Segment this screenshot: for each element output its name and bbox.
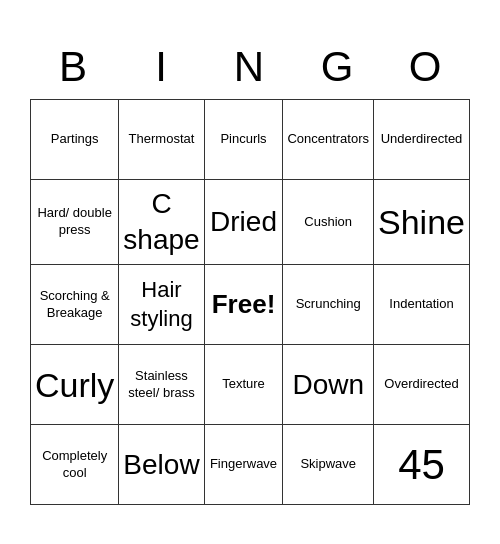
header-letter: I: [118, 39, 206, 99]
bingo-cell-11: Hair styling: [119, 265, 204, 345]
bingo-header: BINGO: [30, 39, 470, 99]
bingo-cell-2: Pincurls: [205, 100, 284, 180]
bingo-cell-18: Down: [283, 345, 374, 425]
bingo-cell-22: Fingerwave: [205, 425, 284, 505]
bingo-cell-1: Thermostat: [119, 100, 204, 180]
bingo-cell-9: Shine: [374, 180, 470, 266]
bingo-cell-20: Completely cool: [31, 425, 119, 505]
bingo-cell-24: 45: [374, 425, 470, 505]
bingo-cell-14: Indentation: [374, 265, 470, 345]
bingo-grid: PartingsThermostatPincurlsConcentratorsU…: [30, 99, 470, 506]
header-letter: G: [294, 39, 382, 99]
bingo-cell-7: Dried: [205, 180, 284, 266]
bingo-cell-0: Partings: [31, 100, 119, 180]
bingo-cell-6: C shape: [119, 180, 204, 266]
bingo-cell-12: Free!: [205, 265, 284, 345]
bingo-cell-4: Underdirected: [374, 100, 470, 180]
bingo-cell-10: Scorching & Breakage: [31, 265, 119, 345]
header-letter: N: [206, 39, 294, 99]
bingo-cell-3: Concentrators: [283, 100, 374, 180]
bingo-card: BINGO PartingsThermostatPincurlsConcentr…: [20, 29, 480, 516]
header-letter: B: [30, 39, 118, 99]
bingo-cell-8: Cushion: [283, 180, 374, 266]
bingo-cell-5: Hard/ double press: [31, 180, 119, 266]
bingo-cell-17: Texture: [205, 345, 284, 425]
bingo-cell-16: Stainless steel/ brass: [119, 345, 204, 425]
header-letter: O: [382, 39, 470, 99]
bingo-cell-19: Overdirected: [374, 345, 470, 425]
bingo-cell-15: Curly: [31, 345, 119, 425]
bingo-cell-13: Scrunching: [283, 265, 374, 345]
bingo-cell-21: Below: [119, 425, 204, 505]
bingo-cell-23: Skipwave: [283, 425, 374, 505]
